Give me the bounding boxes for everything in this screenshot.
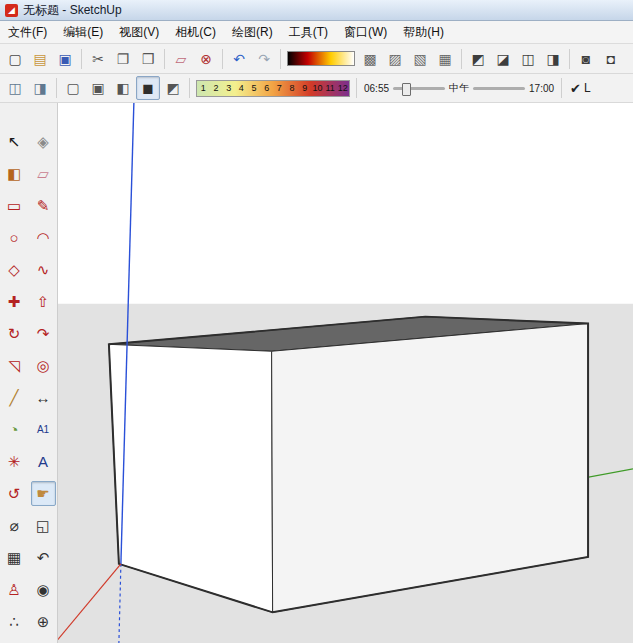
style-xray-button[interactable]: ◫: [3, 76, 27, 100]
texture-style-3-button[interactable]: ▧: [408, 47, 432, 71]
shadow-light-checkbox[interactable]: ✔L: [570, 81, 591, 96]
freehand-icon: ∿: [37, 262, 50, 277]
file-menu[interactable]: 文件(F): [0, 21, 55, 43]
sketchup-window: ◢ 无标题 - SketchUp 文件(F)编辑(E)视图(V)相机(C)绘图(…: [0, 0, 633, 643]
shadow-darkness-ramp[interactable]: [287, 51, 355, 66]
position-camera-tool[interactable]: ♙: [2, 577, 27, 602]
cut-button[interactable]: ✂: [86, 47, 110, 71]
offset-tool[interactable]: ◎: [31, 353, 56, 378]
select-icon: ↖: [8, 134, 21, 149]
redo-button[interactable]: ↷: [252, 47, 276, 71]
shadow-settings-icon: ◘: [607, 52, 615, 66]
select-tool[interactable]: ↖: [2, 129, 27, 154]
pan-tool[interactable]: ☛: [31, 481, 56, 506]
window-menu[interactable]: 窗口(W): [336, 21, 395, 43]
tape-measure-tool[interactable]: ╱: [2, 385, 27, 410]
paste-button[interactable]: ❒: [136, 47, 160, 71]
rectangle-tool[interactable]: ▭: [2, 193, 27, 218]
camera-menu[interactable]: 相机(C): [167, 21, 224, 43]
shadow-settings-button[interactable]: ◘: [599, 47, 623, 71]
time-slider-track[interactable]: [393, 87, 445, 90]
texture-style-1-button[interactable]: ▩: [358, 47, 382, 71]
dimension-tool[interactable]: ↔: [31, 385, 56, 410]
axes-tool[interactable]: ✳: [2, 449, 27, 474]
face-style-4-button[interactable]: ◨: [541, 47, 565, 71]
face-style-2-icon: ◪: [496, 52, 509, 66]
rectangle-icon: ▭: [7, 198, 21, 213]
open-button[interactable]: ▤: [28, 47, 52, 71]
follow-me-tool[interactable]: ↷: [31, 321, 56, 346]
shadow-toolbar: ◫◨▢▣◧◼◩12345678910111206:55中午17:00✔L: [0, 74, 633, 103]
paint-bucket-tool[interactable]: ◧: [2, 161, 27, 186]
tools-menu[interactable]: 工具(T): [281, 21, 336, 43]
toolbar-separator: [189, 78, 190, 98]
orbit-tool[interactable]: ↺: [2, 481, 27, 506]
make-component-tool[interactable]: ◈: [31, 129, 56, 154]
style-hiddenline-button[interactable]: ▣: [86, 76, 110, 100]
new-button[interactable]: ▢: [3, 47, 27, 71]
viewport[interactable]: [58, 103, 633, 643]
time-slider-track-2[interactable]: [473, 87, 525, 90]
style-shaded-button[interactable]: ◧: [111, 76, 135, 100]
style-backedge-icon: ◨: [33, 81, 46, 95]
arc-tool[interactable]: ◠: [31, 225, 56, 250]
section-plane-tool[interactable]: ⊕: [31, 609, 56, 634]
copy-button[interactable]: ❐: [111, 47, 135, 71]
style-monochrome-button[interactable]: ◩: [161, 76, 185, 100]
text-icon: A1: [37, 425, 49, 435]
walk-icon: ∴: [9, 614, 19, 629]
month-label: 11: [324, 81, 337, 96]
face-style-4-icon: ◨: [546, 52, 559, 66]
time-start-label: 06:55: [364, 83, 389, 94]
shadow-date-slider[interactable]: 123456789101112: [196, 80, 350, 97]
line-tool[interactable]: ✎: [31, 193, 56, 218]
face-style-1-button[interactable]: ◩: [466, 47, 490, 71]
style-wireframe-button[interactable]: ▢: [61, 76, 85, 100]
offset-icon: ◎: [36, 358, 49, 373]
texture-style-4-button[interactable]: ▦: [433, 47, 457, 71]
tool-palette: ↖◈◧▱▭✎○◠◇∿✚⇧↻↷◹◎╱↔◔A1✳A↺☛⌀◱▦↶♙◉∴⊕: [0, 103, 58, 643]
text-tool[interactable]: A1: [31, 417, 56, 442]
style-xray-icon: ◫: [8, 81, 21, 95]
zoom-tool[interactable]: ⌀: [2, 513, 27, 538]
3d-text-icon: A: [38, 454, 48, 469]
move-tool[interactable]: ✚: [2, 289, 27, 314]
zoom-extents-tool[interactable]: ▦: [2, 545, 27, 570]
delete-button[interactable]: ⊗: [194, 47, 218, 71]
paste-icon: ❒: [142, 52, 155, 66]
look-around-tool[interactable]: ◉: [31, 577, 56, 602]
rotate-tool[interactable]: ↻: [2, 321, 27, 346]
shadow-time-slider[interactable]: 06:55中午17:00: [364, 81, 554, 95]
edit-menu[interactable]: 编辑(E): [55, 21, 111, 43]
eraser-tool[interactable]: ▱: [31, 161, 56, 186]
help-menu[interactable]: 帮助(H): [395, 21, 452, 43]
texture-style-2-button[interactable]: ▨: [383, 47, 407, 71]
style-textured-button[interactable]: ◼: [136, 76, 160, 100]
style-backedge-button[interactable]: ◨: [28, 76, 52, 100]
face-style-2-button[interactable]: ◪: [491, 47, 515, 71]
texture-style-1-icon: ▩: [363, 52, 376, 66]
zoom-window-tool[interactable]: ◱: [31, 513, 56, 538]
walk-tool[interactable]: ∴: [2, 609, 27, 634]
draw-menu[interactable]: 绘图(R): [224, 21, 281, 43]
3d-text-tool[interactable]: A: [31, 449, 56, 474]
previous-view-icon: ↶: [37, 550, 50, 565]
undo-button[interactable]: ↶: [227, 47, 251, 71]
time-slider-handle[interactable]: [402, 83, 411, 96]
push-pull-icon: ⇧: [37, 294, 50, 309]
face-style-3-button[interactable]: ◫: [516, 47, 540, 71]
scale-tool[interactable]: ◹: [2, 353, 27, 378]
circle-tool[interactable]: ○: [2, 225, 27, 250]
look-around-icon: ◉: [36, 582, 49, 597]
freehand-tool[interactable]: ∿: [31, 257, 56, 282]
toolbar-separator: [56, 78, 57, 98]
erase-button[interactable]: ▱: [169, 47, 193, 71]
shadow-toggle-button[interactable]: ◙: [574, 47, 598, 71]
push-pull-tool[interactable]: ⇧: [31, 289, 56, 314]
save-button[interactable]: ▣: [53, 47, 77, 71]
view-menu[interactable]: 视图(V): [111, 21, 167, 43]
previous-view-tool[interactable]: ↶: [31, 545, 56, 570]
polygon-tool[interactable]: ◇: [2, 257, 27, 282]
copy-icon: ❐: [117, 52, 130, 66]
protractor-tool[interactable]: ◔: [2, 417, 27, 442]
